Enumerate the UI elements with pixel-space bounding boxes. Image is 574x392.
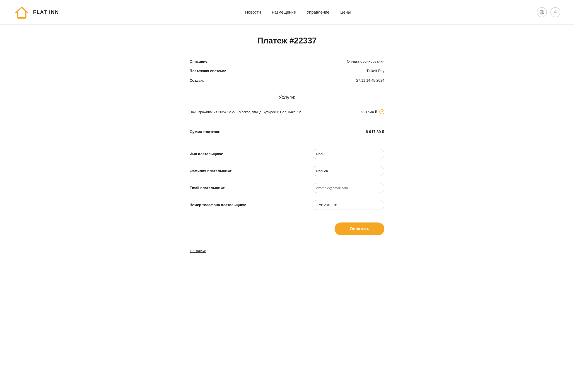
total-label: Сумма платежа: — [190, 130, 220, 134]
header: FLAT INN Новости Размещение Управление Ц… — [0, 0, 574, 25]
created-label: Создан: — [190, 78, 204, 83]
user-icon — [553, 10, 558, 15]
logo-text: FLAT INN — [33, 10, 59, 15]
payment-system-label: Платежная система: — [190, 69, 226, 73]
email-label: Email плательщика: — [190, 186, 226, 190]
main-nav: Новости Размещение Управление Цены — [245, 10, 351, 15]
page-title: Платеж #22337 — [190, 36, 384, 45]
form-section: Имя плательщика: Фамилия плательщика: Em… — [190, 146, 384, 214]
service-price-area: 8 917.30 ₽ ? — [361, 109, 384, 114]
info-section: Описание: Оплата бронирования Платежная … — [190, 57, 384, 85]
description-value: Оплата бронирования — [347, 59, 384, 64]
total-row: Сумма платежа: 8 917.30 ₽ — [190, 125, 384, 139]
created-value: 27.11 14:48:2024 — [356, 78, 384, 83]
description-label: Описание: — [190, 59, 209, 64]
payment-system-row: Платежная система: Tinkoff Pay — [190, 66, 384, 76]
main-content: Платеж #22337 Описание: Оплата бронирова… — [185, 25, 389, 264]
back-link[interactable]: < К заявке — [190, 249, 206, 253]
payment-system-value: Tinkoff Pay — [367, 69, 384, 73]
svg-point-5 — [555, 11, 556, 12]
email-row: Email плательщика: — [190, 179, 384, 196]
created-row: Создан: 27.11 14:48:2024 — [190, 76, 384, 85]
nav-management[interactable]: Управление — [307, 10, 329, 15]
pay-button[interactable]: Оплатить — [335, 222, 384, 235]
service-name: Ночь проживания 2024-12-27 - Москва, ули… — [190, 110, 361, 114]
nav-prices[interactable]: Цены — [340, 10, 351, 15]
email-input[interactable] — [312, 183, 384, 193]
nav-placement[interactable]: Размещение — [272, 10, 296, 15]
description-row: Описание: Оплата бронирования — [190, 57, 384, 66]
header-icons — [537, 7, 560, 17]
user-button[interactable] — [551, 7, 560, 17]
services-section: Услуги: Ночь проживания 2024-12-27 - Мос… — [190, 94, 384, 118]
language-button[interactable] — [537, 7, 547, 17]
globe-icon — [539, 10, 544, 15]
phone-input[interactable] — [312, 200, 384, 210]
first-name-label: Имя плательщика: — [190, 152, 223, 156]
pay-button-row: Оплатить — [190, 222, 384, 235]
first-name-row: Имя плательщика: — [190, 146, 384, 162]
last-name-label: Фамилия плательщика: — [190, 169, 232, 173]
nav-news[interactable]: Новости — [245, 10, 261, 15]
logo-area: FLAT INN — [14, 4, 59, 20]
services-title: Услуги: — [190, 94, 384, 100]
service-row: Ночь проживания 2024-12-27 - Москва, ули… — [190, 106, 384, 118]
first-name-input[interactable] — [312, 149, 384, 159]
total-value: 8 917.30 ₽ — [366, 129, 384, 134]
question-icon[interactable]: ? — [379, 109, 384, 114]
service-price: 8 917.30 ₽ — [361, 110, 377, 114]
phone-row: Номер телефона плательщика: — [190, 196, 384, 214]
last-name-input[interactable] — [312, 166, 384, 176]
phone-label: Номер телефона плательщика: — [190, 203, 246, 207]
logo-icon — [14, 4, 30, 20]
last-name-row: Фамилия плательщика: — [190, 162, 384, 179]
